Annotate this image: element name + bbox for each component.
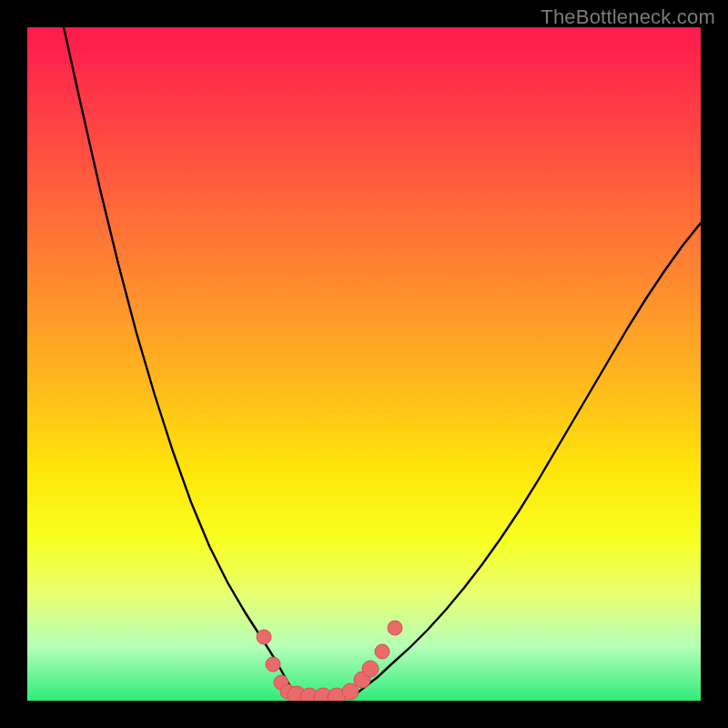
chart-frame <box>27 27 701 701</box>
chart-background-gradient <box>27 27 701 701</box>
watermark-text: TheBottleneck.com <box>541 5 715 29</box>
